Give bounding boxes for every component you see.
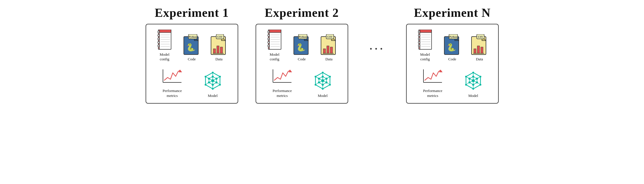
svg-rect-8: [159, 30, 171, 33]
ellipsis: ···: [366, 6, 389, 57]
svg-text:🐍: 🐍: [447, 43, 456, 52]
experiment-2-box: Modelconfig Python 🐍 Code: [256, 24, 348, 104]
svg-rect-87: [330, 47, 333, 53]
artifact-csv-n-label: Data: [476, 57, 483, 62]
artifact-python-n-label: Code: [448, 57, 456, 62]
svg-line-50: [213, 77, 216, 79]
artifact-notebook-1-label: Modelconfig: [160, 52, 170, 61]
svg-rect-25: [220, 47, 223, 53]
experiment-1-title: Experiment 1: [155, 6, 229, 20]
svg-line-114: [323, 82, 326, 85]
svg-line-176: [473, 82, 477, 85]
output-metrics-1: Performancemetrics: [161, 66, 184, 98]
svg-text:CSV: CSV: [327, 35, 333, 38]
svg-line-52: [213, 82, 216, 85]
csv-icon-1: CSV: [210, 34, 228, 55]
csv-icon-2: CSV: [320, 34, 338, 55]
svg-line-112: [323, 77, 326, 79]
svg-point-73: [268, 38, 269, 40]
svg-line-117: [319, 77, 323, 79]
svg-point-10: [158, 35, 159, 36]
svg-text:🐍: 🐍: [186, 43, 196, 52]
experiment-n-box: Modelconfig Python 🐍 Code: [406, 24, 499, 104]
svg-point-13: [158, 45, 159, 47]
svg-text:Python: Python: [449, 35, 457, 38]
output-model-2-label: Model: [318, 93, 328, 98]
artifact-notebook-n-label: Modelconfig: [420, 52, 430, 61]
artifact-python-2: Python 🐍 Code: [293, 34, 311, 62]
svg-rect-23: [213, 49, 216, 53]
artifact-notebook-2-label: Modelconfig: [270, 52, 280, 61]
svg-line-53: [209, 82, 213, 85]
model-icon-1: [203, 71, 223, 90]
artifact-python-n: Python 🐍 Code: [443, 34, 462, 62]
svg-line-179: [469, 77, 473, 79]
svg-rect-70: [269, 30, 281, 33]
artifact-python-2-label: Code: [298, 57, 306, 62]
output-metrics-1-label: Performancemetrics: [163, 89, 182, 98]
svg-point-133: [418, 31, 420, 33]
svg-point-71: [268, 31, 269, 33]
svg-text:CSV: CSV: [217, 35, 223, 38]
svg-point-137: [418, 45, 420, 47]
artifact-python-1: Python 🐍 Code: [183, 34, 201, 62]
svg-rect-149: [481, 47, 483, 53]
metrics-chart-1: [161, 66, 184, 85]
model-icon-2: [313, 71, 333, 90]
svg-point-75: [268, 45, 269, 47]
svg-line-55: [209, 77, 213, 79]
model-icon-n: [463, 71, 483, 90]
svg-line-115: [319, 82, 323, 85]
output-model-n-label: Model: [468, 93, 478, 98]
output-metrics-2: Performancemetrics: [271, 66, 294, 98]
metrics-chart-2: [271, 66, 294, 85]
python-icon-2: Python 🐍: [293, 34, 311, 55]
svg-rect-147: [474, 49, 476, 53]
experiment-n-block: Experiment N: [406, 6, 499, 104]
output-metrics-2-label: Performancemetrics: [273, 89, 292, 98]
svg-line-174: [473, 77, 477, 79]
artifact-notebook-1: Modelconfig: [156, 30, 173, 61]
artifact-csv-n: CSV Data: [471, 34, 488, 62]
artifact-csv-1-label: Data: [215, 57, 223, 62]
svg-point-12: [158, 42, 159, 43]
experiment-n-artifacts: Modelconfig Python 🐍 Code: [412, 30, 493, 61]
svg-rect-148: [477, 46, 480, 53]
python-icon-n: Python 🐍: [443, 34, 462, 55]
svg-point-74: [268, 42, 269, 43]
svg-point-11: [158, 38, 159, 40]
svg-point-134: [418, 35, 420, 36]
python-icon-1: Python 🐍: [183, 34, 201, 55]
page-container: Experiment 1: [12, 6, 632, 104]
experiment-1-block: Experiment 1: [146, 6, 238, 104]
experiment-1-artifacts: Modelconfig Python 🐍 Code: [151, 30, 232, 61]
svg-rect-24: [217, 46, 219, 53]
svg-point-135: [418, 38, 420, 40]
csv-icon-n: CSV: [471, 34, 488, 55]
experiment-2-artifacts: Modelconfig Python 🐍 Code: [261, 30, 342, 61]
experiment-2-block: Experiment 2: [256, 6, 348, 104]
output-model-1-label: Model: [208, 93, 218, 98]
output-model-1: Model: [203, 71, 223, 98]
svg-text:Python: Python: [299, 35, 307, 38]
output-metrics-n-label: Performancemetrics: [423, 89, 442, 98]
svg-line-177: [469, 82, 473, 85]
output-metrics-n: Performancemetrics: [421, 66, 444, 98]
svg-text:🐍: 🐍: [296, 43, 306, 52]
metrics-chart-n: [421, 66, 444, 85]
experiment-2-outputs: Performancemetrics: [261, 66, 342, 98]
artifact-csv-2-label: Data: [325, 57, 333, 62]
output-model-n: Model: [463, 71, 483, 98]
svg-point-72: [268, 35, 269, 36]
experiment-n-outputs: Performancemetrics: [412, 66, 493, 98]
artifact-notebook-n: Modelconfig: [417, 30, 434, 61]
svg-rect-132: [420, 30, 432, 33]
svg-text:CSV: CSV: [478, 35, 483, 38]
notebook-icon-n: [417, 30, 434, 50]
artifact-csv-2: CSV Data: [320, 34, 338, 62]
svg-point-9: [158, 31, 159, 33]
svg-rect-85: [323, 49, 326, 53]
artifact-csv-1: CSV Data: [210, 34, 228, 62]
experiment-2-title: Experiment 2: [265, 6, 339, 20]
svg-text:Python: Python: [189, 35, 197, 38]
